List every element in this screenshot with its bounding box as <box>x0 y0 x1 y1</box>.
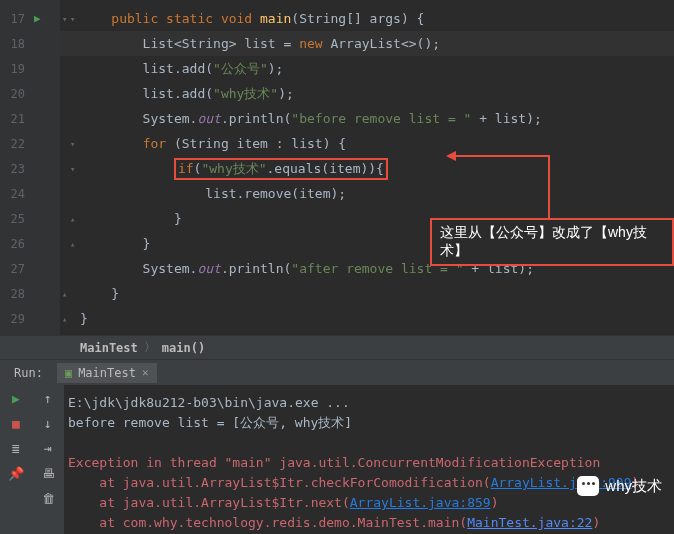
exception-line: Exception in thread "main" java.util.Con… <box>68 453 670 473</box>
run-label: Run: <box>14 366 43 380</box>
code-area[interactable]: 这里从【公众号】改成了【why技术】 public static void ma… <box>60 0 674 335</box>
code-line[interactable]: list.add("公众号"); <box>60 56 674 81</box>
annotation-callout: 这里从【公众号】改成了【why技术】 <box>430 218 674 266</box>
down-icon[interactable]: ↓ <box>44 416 52 431</box>
print-icon[interactable]: 🖶 <box>42 466 55 481</box>
source-link[interactable]: ArrayList.java:859 <box>350 495 491 510</box>
source-link[interactable]: MainTest.java:22 <box>467 515 592 530</box>
tab-label: MainTest <box>78 366 136 380</box>
code-line[interactable]: list.remove(item); <box>60 181 674 206</box>
wechat-icon <box>577 476 599 496</box>
run-icon[interactable]: ▶ <box>12 391 20 406</box>
code-line[interactable]: public static void main(String[] args) { <box>60 6 674 31</box>
output-line: E:\jdk\jdk8u212-b03\bin\java.exe ... <box>68 393 670 413</box>
code-line[interactable]: for (String item : list) { <box>60 131 674 156</box>
stack-line: at java.util.ArrayList$Itr.next(ArrayLis… <box>68 493 670 513</box>
pin-icon[interactable]: 📌 <box>8 466 24 481</box>
run-tabs: Run: ▣ MainTest ✕ <box>0 359 674 385</box>
code-line[interactable]: if("why技术".equals(item)){ <box>60 156 674 181</box>
trash-icon[interactable]: 🗑 <box>42 491 55 506</box>
output-line <box>68 433 670 453</box>
run-tab[interactable]: ▣ MainTest ✕ <box>57 363 157 383</box>
chevron-right-icon: 〉 <box>144 339 156 356</box>
wrap-icon[interactable]: ⇥ <box>44 441 52 456</box>
watermark: why技术 <box>577 476 662 496</box>
run-toolbar-left: ▶ ■ ≣ 📌 <box>0 385 32 534</box>
code-editor[interactable]: 17▶▾▾1819202122▾23▾2425▴26▴2728▴29▴ 这里从【… <box>0 0 674 335</box>
code-line[interactable]: list.add("why技术"); <box>60 81 674 106</box>
gutter: 17▶▾▾1819202122▾23▾2425▴26▴2728▴29▴ <box>0 0 60 335</box>
close-icon[interactable]: ✕ <box>142 366 149 379</box>
annotation-arrow <box>455 155 550 157</box>
code-line[interactable]: } <box>60 306 674 331</box>
output-line: before remove list = [公众号, why技术] <box>68 413 670 433</box>
console-panel: ▶ ■ ≣ 📌 ↑ ↓ ⇥ 🖶 🗑 E:\jdk\jdk8u212-b03\bi… <box>0 385 674 534</box>
run-toolbar-2: ↑ ↓ ⇥ 🖶 🗑 <box>32 385 64 534</box>
stop-icon[interactable]: ■ <box>12 416 20 431</box>
console-output[interactable]: E:\jdk\jdk8u212-b03\bin\java.exe ... bef… <box>64 385 674 534</box>
run-config-icon: ▣ <box>65 366 72 380</box>
code-line[interactable]: System.out.println("before remove list =… <box>60 106 674 131</box>
annotation-arrow-v <box>548 155 550 220</box>
run-gutter-icon[interactable]: ▶ <box>34 12 41 25</box>
code-line[interactable]: List<String> list = new ArrayList<>(); <box>60 31 674 56</box>
layout-icon[interactable]: ≣ <box>12 441 20 456</box>
arrow-head-icon <box>446 151 456 161</box>
breadcrumb: MainTest〉main() <box>0 335 674 359</box>
up-icon[interactable]: ↑ <box>44 391 52 406</box>
code-line[interactable]: } <box>60 281 674 306</box>
stack-line: at com.why.technology.redis.demo.MainTes… <box>68 513 670 533</box>
crumb-class[interactable]: MainTest <box>80 341 138 355</box>
crumb-method[interactable]: main() <box>162 341 205 355</box>
